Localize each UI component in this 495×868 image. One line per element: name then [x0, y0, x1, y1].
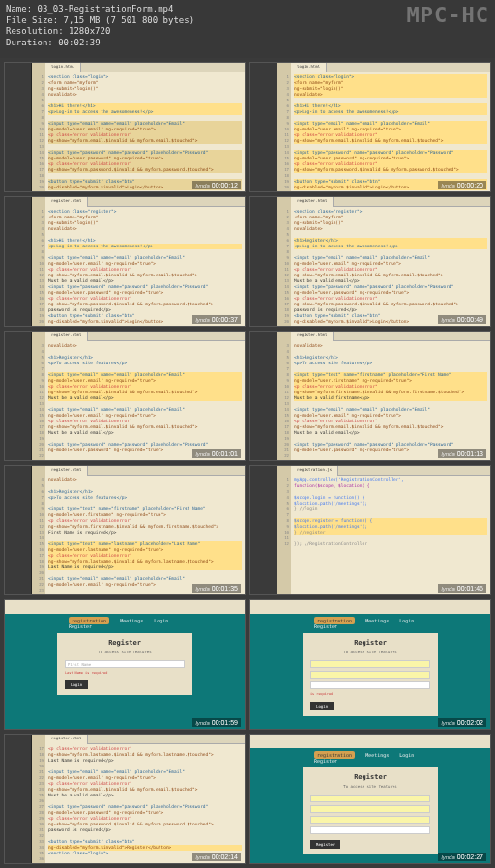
nav-meetings[interactable]: Meetings [365, 618, 389, 623]
file-tab[interactable]: registration.js [291, 466, 338, 476]
nav-bar: registration Meetings Login Register [310, 752, 430, 764]
dur-value: 00:02:39 [58, 38, 100, 47]
file-tree [5, 735, 32, 863]
card-title: Register [65, 639, 185, 647]
nav-meetings[interactable]: Meetings [120, 618, 143, 623]
file-tab[interactable]: register.html [45, 332, 88, 341]
file-tab[interactable]: register.html [45, 466, 88, 476]
nav-bar: registration Meetings Login Register [310, 618, 430, 629]
line-gutter: 123456789101112 [277, 466, 291, 594]
line-gutter: 1234567891011121314151617181920 [277, 197, 291, 326]
code-editor: register.html novalidate> <h1>Register</… [45, 466, 245, 594]
file-tab[interactable]: login.html [45, 63, 81, 72]
file-tree [250, 197, 277, 326]
file-tab[interactable]: login.html [291, 63, 327, 72]
first-name-input[interactable]: First Name [65, 660, 185, 668]
register-card: Register To access site features Registe… [303, 767, 438, 854]
browser-chrome [250, 735, 490, 748]
thumbnail-4[interactable]: 1234567891011121314151617181920 register… [249, 196, 491, 327]
browser-chrome [5, 600, 245, 614]
code-editor: login.html <section class="login"> <form… [291, 63, 490, 191]
first-name-input[interactable] [310, 795, 430, 802]
code-editor: register.html <p class="error validation… [45, 735, 245, 863]
nav-register[interactable]: Register [314, 758, 337, 764]
file-tab[interactable]: register.html [45, 735, 88, 744]
nav-login[interactable]: Login [154, 618, 168, 623]
timestamp: lynda 00:01:01 [192, 449, 241, 458]
register-card: Register To access site features First N… [57, 633, 192, 695]
email-input[interactable] [310, 816, 430, 824]
code-editor: registration.js myApp.controller('Regist… [291, 466, 490, 594]
card-sub: To access site features [65, 650, 185, 654]
timestamp: lynda 00:01:13 [438, 449, 486, 458]
file-tab[interactable]: register.html [291, 332, 334, 341]
password-input[interactable] [310, 826, 430, 834]
file-tree [250, 332, 277, 460]
email-input[interactable] [310, 681, 430, 689]
line-gutter: 1718192021222324252627282930313233343536 [32, 735, 45, 863]
file-tree [5, 332, 32, 460]
nav-login[interactable]: Login [399, 752, 414, 758]
file-tree [5, 63, 32, 191]
thumbnail-11[interactable]: 1718192021222324252627282930313233343536… [4, 734, 246, 864]
timestamp: lynda 00:00:37 [192, 315, 241, 324]
last-name-input[interactable] [310, 805, 430, 813]
timestamp: lynda 00:01:59 [192, 718, 241, 727]
thumbnail-8[interactable]: 123456789101112 registration.js myApp.co… [249, 465, 491, 595]
name-label: Name: [6, 4, 32, 14]
timestamp: lynda 00:00:20 [438, 181, 486, 189]
thumbnail-1[interactable]: 1234567891011121314151617181920 login.ht… [4, 62, 246, 192]
first-name-input[interactable] [310, 660, 430, 668]
thumbnail-10[interactable]: registration Meetings Login Register Reg… [249, 599, 491, 730]
card-sub: To access site features [310, 784, 430, 789]
thumbnail-12[interactable]: registration Meetings Login Register Reg… [249, 734, 491, 864]
timestamp: lynda 00:00:12 [192, 181, 241, 189]
thumbnail-7[interactable]: 4567891011121314151617181920212223 regis… [4, 465, 246, 595]
nav-login[interactable]: Login [399, 618, 414, 623]
nav-meetings[interactable]: Meetings [365, 752, 389, 758]
dur-label: Duration: [6, 38, 53, 47]
res-label: Resolution: [6, 26, 64, 36]
file-tree [250, 63, 277, 191]
web-preview: registration Meetings Login Register Reg… [5, 600, 245, 729]
line-gutter: 345678910111213141516171819202122 [32, 332, 45, 460]
thumbnail-6[interactable]: 345678910111213141516171819202122 regist… [249, 331, 491, 461]
timestamp: lynda 00:02:02 [438, 718, 486, 727]
mpc-logo: MPC-HC [407, 2, 489, 30]
last-name-input[interactable] [310, 671, 430, 679]
timestamp: lynda 00:02:27 [438, 853, 486, 861]
line-gutter: 1234567891011121314151617181920 [32, 197, 45, 326]
thumbnail-3[interactable]: 1234567891011121314151617181920 register… [4, 196, 246, 327]
video-info-header: Name: 03_03-RegistrationForm.mp4 File Si… [0, 0, 495, 58]
thumbnail-5[interactable]: 345678910111213141516171819202122 regist… [4, 331, 246, 461]
timestamp: lynda 00:02:14 [192, 853, 241, 861]
code-editor: register.html <section class="register">… [291, 197, 490, 326]
file-tab[interactable]: register.html [291, 197, 334, 207]
res-value: 1280x720 [69, 26, 110, 36]
size-label: File Size: [6, 15, 58, 25]
card-title: Register [310, 773, 430, 781]
file-tree [250, 466, 277, 594]
line-gutter: 345678910111213141516171819202122 [277, 332, 291, 460]
thumbnail-9[interactable]: registration Meetings Login Register Reg… [4, 599, 246, 730]
error-msg: Last Name is required [65, 671, 185, 675]
thumbnail-2[interactable]: 1234567891011121314151617181920 login.ht… [249, 62, 491, 192]
login-button[interactable]: Login [310, 702, 334, 710]
web-preview: registration Meetings Login Register Reg… [250, 600, 490, 729]
thumbnail-grid: 1234567891011121314151617181920 login.ht… [0, 58, 495, 868]
code-line: ng-show="myform.password.$invalid && myf… [294, 167, 487, 173]
register-card: Register To access site features is requ… [303, 633, 438, 716]
nav-register[interactable]: Register [69, 623, 92, 629]
file-tree [5, 197, 32, 326]
login-button[interactable]: Login [65, 680, 88, 689]
timestamp: lynda 00:00:49 [438, 315, 486, 324]
file-tab[interactable]: register.html [45, 197, 88, 207]
line-gutter: 4567891011121314151617181920212223 [32, 466, 45, 594]
nav-register[interactable]: Register [314, 623, 337, 629]
card-sub: To access site features [310, 650, 430, 654]
browser-chrome [250, 600, 490, 614]
line-gutter: 1234567891011121314151617181920 [32, 63, 45, 191]
card-title: Register [310, 639, 430, 647]
code-editor: register.html novalidate> <h1>Register</… [291, 332, 490, 460]
register-button[interactable]: Register [310, 840, 340, 849]
